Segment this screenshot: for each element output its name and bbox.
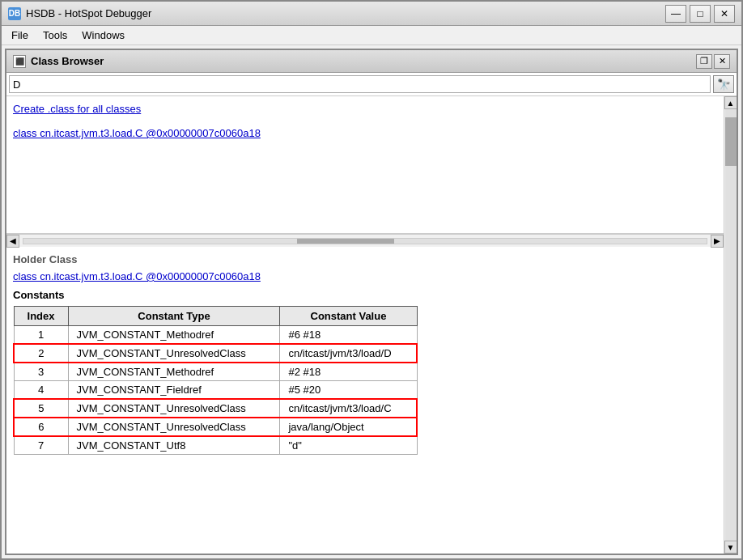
cell-value: java/lang/Object [280,418,417,436]
h-scrollbar-top: ◀ ▶ [6,234,724,247]
cell-type: JVM_CONSTANT_Methodref [68,363,280,381]
create-class-link[interactable]: Create .class for all classes [13,103,141,115]
cell-value: cn/itcast/jvm/t3/load/D [280,344,417,363]
table-row: 6JVM_CONSTANT_UnresolvedClassjava/lang/O… [14,418,417,436]
cell-type: JVM_CONSTANT_UnresolvedClass [68,418,280,436]
menu-bar: File Tools Windows [2,26,741,45]
v-scrollbar: ▲ ▼ [724,96,737,554]
cell-index: 3 [14,363,68,381]
cell-index: 1 [14,326,68,345]
cell-type: JVM_CONSTANT_UnresolvedClass [68,399,280,418]
title-bar-left: DB HSDB - HotSpot Debugger [8,7,151,20]
panel-header: ⬛ Class Browser ❐ ✕ [6,50,737,73]
h-scroll-right-arrow[interactable]: ▶ [711,235,724,248]
menu-windows[interactable]: Windows [75,28,131,43]
class-browser-panel: ⬛ Class Browser ❐ ✕ 🔭 [5,49,738,555]
search-results-area: Create .class for all classes class cn.i… [6,96,724,234]
minimize-button[interactable]: — [665,5,686,23]
search-input[interactable] [9,75,711,93]
panel-title: Class Browser [31,55,104,67]
panel-scroll-content: Create .class for all classes class cn.i… [6,96,724,554]
title-bar: DB HSDB - HotSpot Debugger — □ ✕ [2,2,741,26]
menu-file[interactable]: File [5,28,35,43]
v-scroll-down-arrow[interactable]: ▼ [724,541,737,554]
details-scroll: Holder Class class cn.itcast.jvm.t3.load… [6,247,724,554]
col-header-index: Index [14,307,68,326]
holder-class-label: Holder Class [13,253,717,265]
table-row: 7JVM_CONSTANT_Utf8"d" [14,436,417,455]
cell-value: cn/itcast/jvm/t3/load/C [280,399,417,418]
constants-table: Index Constant Type Constant Value 1JVM_… [13,306,418,455]
v-scroll-track [725,109,737,541]
window-title: HSDB - HotSpot Debugger [26,7,151,19]
binoculars-icon: 🔭 [717,78,731,91]
table-row: 3JVM_CONSTANT_Methodref#2 #18 [14,363,417,381]
cell-index: 7 [14,436,68,455]
cell-type: JVM_CONSTANT_UnresolvedClass [68,344,280,363]
table-row: 5JVM_CONSTANT_UnresolvedClasscn/itcast/j… [14,399,417,418]
cell-value: #5 #20 [280,381,417,400]
panel-restore-button[interactable]: ❐ [696,54,712,69]
search-button[interactable]: 🔭 [713,75,734,93]
close-button[interactable]: ✕ [714,5,735,23]
window-controls: — □ ✕ [665,5,735,23]
col-header-value: Constant Value [280,307,417,326]
panel-controls: ❐ ✕ [696,54,730,69]
cell-type: JVM_CONSTANT_Methodref [68,326,280,345]
cell-type: JVM_CONSTANT_Utf8 [68,436,280,455]
v-scroll-thumb[interactable] [725,117,737,166]
table-row: 1JVM_CONSTANT_Methodref#6 #18 [14,326,417,345]
search-bar: 🔭 [6,73,737,96]
constants-section-title: Constants [13,289,717,301]
cell-value: #6 #18 [280,326,417,345]
col-header-type: Constant Type [68,307,280,326]
panel-icon: ⬛ [13,55,26,68]
panel-close-button[interactable]: ✕ [714,54,730,69]
cell-index: 5 [14,399,68,418]
h-scroll-left-arrow[interactable]: ◀ [6,235,19,248]
details-area: Holder Class class cn.itcast.jvm.t3.load… [6,247,724,554]
cell-index: 4 [14,381,68,400]
table-row: 2JVM_CONSTANT_UnresolvedClasscn/itcast/j… [14,344,417,363]
main-content: ⬛ Class Browser ❐ ✕ 🔭 [2,45,741,558]
cell-index: 2 [14,344,68,363]
cell-value: "d" [280,436,417,455]
main-window: DB HSDB - HotSpot Debugger — □ ✕ File To… [0,0,743,560]
cell-value: #2 #18 [280,363,417,381]
h-scroll-track-top [23,238,707,244]
app-icon: DB [8,7,21,20]
table-row: 4JVM_CONSTANT_Fieldref#5 #20 [14,381,417,400]
panel-header-left: ⬛ Class Browser [13,55,104,68]
cell-type: JVM_CONSTANT_Fieldref [68,381,280,400]
h-scroll-thumb-top[interactable] [297,239,394,244]
maximize-button[interactable]: □ [690,5,711,23]
class-link-1[interactable]: class cn.itcast.jvm.t3.load.C @0x0000000… [13,127,261,139]
holder-class-link[interactable]: class cn.itcast.jvm.t3.load.C @0x0000000… [13,270,261,282]
panel-body: Create .class for all classes class cn.i… [6,96,737,554]
cell-index: 6 [14,418,68,436]
v-scroll-up-arrow[interactable]: ▲ [724,96,737,109]
menu-tools[interactable]: Tools [36,28,74,43]
